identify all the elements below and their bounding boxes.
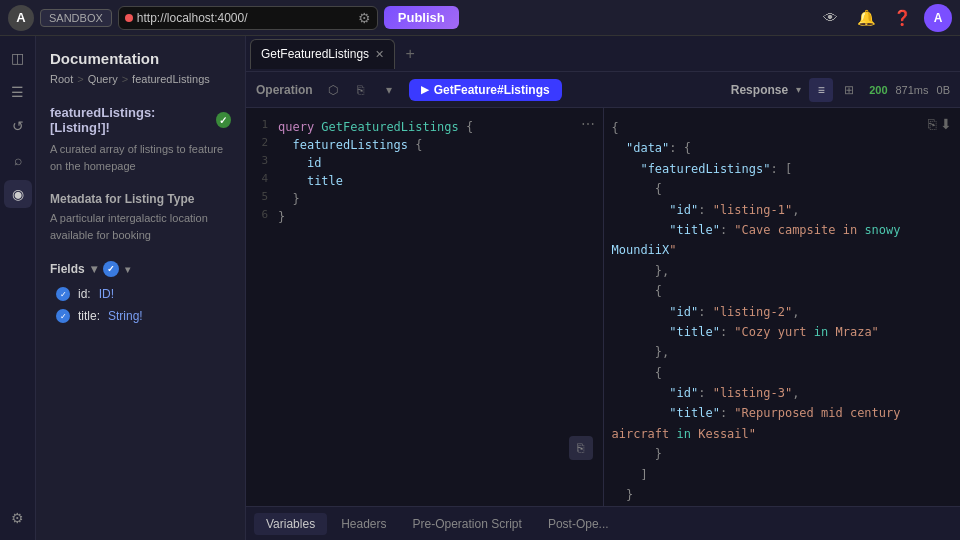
split-view: 1 query GetFeaturedListings { 2 featured… [246,108,960,506]
avatar[interactable]: A [924,4,952,32]
history-icon[interactable]: ↺ [4,112,32,140]
response-top-icons: ⎘ ⬇ [928,116,952,132]
settings-icon[interactable]: ⚙ [4,504,32,532]
code-line-3: 3 id [246,154,603,172]
schema-icon[interactable]: ◫ [4,44,32,72]
search-nav-icon[interactable]: ⌕ [4,146,32,174]
status-200: 200 [869,84,887,96]
main-layout: ◫ ☰ ↺ ⌕ ◉ ⚙ Documentation Root > Query >… [0,36,960,540]
connection-dot [125,14,133,22]
breadcrumb: Root > Query > featuredListings [36,73,245,95]
code-line-5: 5 } [246,190,603,208]
app-logo[interactable]: A [8,5,34,31]
more-op-icon[interactable]: ▾ [377,78,401,102]
code-editor[interactable]: 1 query GetFeaturedListings { 2 featured… [246,108,604,506]
bottom-tab-headers[interactable]: Headers [329,513,398,535]
sidebar-fields-header: Fields ▾ ✓ ▾ [36,253,245,283]
icon-nav: ◫ ☰ ↺ ⌕ ◉ ⚙ [0,36,36,540]
field-item-id: ✓ id: ID! [36,283,245,305]
code-line-4: 4 title [246,172,603,190]
docs-icon[interactable]: ◉ [4,180,32,208]
tab-add-button[interactable]: + [397,41,423,67]
env-badge[interactable]: SANDBOX [40,9,112,27]
field-item-title: ✓ title: String! [36,305,245,327]
download-response-icon[interactable]: ⬇ [940,116,952,132]
response-list-icon[interactable]: ≡ [809,78,833,102]
sidebar-meta-desc: A particular intergalactic location avai… [36,210,245,253]
status-871ms: 871ms [896,84,929,96]
fields-chevron-icon[interactable]: ▾ [91,262,97,276]
code-line-2: 2 featuredListings { [246,136,603,154]
url-bar[interactable]: http://localhost:4000/ ⚙ [118,6,378,30]
operation-header: Operation ⬡ ⎘ ▾ ▶ GetFeature#Listings Re… [246,72,960,108]
copy-op-icon[interactable]: ⬡ [321,78,345,102]
bottom-tabs: Variables Headers Pre-Operation Script P… [246,506,960,540]
status-codes: 200 871ms 0B [869,84,950,96]
field-dot-id: ✓ [56,287,70,301]
response-panel: ⎘ ⬇ { "data": { "featuredListings": [ { … [604,108,961,506]
fields-check-icon[interactable]: ✓ [103,261,119,277]
sidebar-section-title: featuredListings: [Listing!]! ✓ [36,95,245,139]
url-settings-icon[interactable]: ⚙ [358,10,371,26]
response-chevron-icon[interactable]: ▾ [796,84,801,95]
response-row: Response ▾ ≡ ⊞ 200 871ms 0B [731,78,950,102]
bottom-tab-variables[interactable]: Variables [254,513,327,535]
topbar-right-icons: 👁 🔔 ❓ A [816,4,952,32]
help-icon[interactable]: ❓ [888,4,916,32]
url-text: http://localhost:4000/ [137,11,354,25]
copy-response-icon[interactable]: ⎘ [928,116,936,132]
operation-label: Operation [256,83,313,97]
share-op-icon[interactable]: ⎘ [349,78,373,102]
bottom-tab-post-op[interactable]: Post-Ope... [536,513,621,535]
code-line-1: 1 query GetFeaturedListings { [246,118,603,136]
breadcrumb-sep2: > [122,73,128,85]
status-0b: 0B [937,84,950,96]
sidebar: Documentation Root > Query > featuredLis… [36,36,246,540]
publish-button[interactable]: Publish [384,6,459,29]
bookmark-icon[interactable]: ☰ [4,78,32,106]
response-label: Response [731,83,788,97]
response-json: { "data": { "featuredListings": [ { "id"… [604,118,961,506]
verified-icon: ✓ [216,112,231,128]
fields-expand-icon[interactable]: ▾ [125,264,130,275]
run-button[interactable]: ▶ GetFeature#Listings [409,79,562,101]
visibility-icon[interactable]: 👁 [816,4,844,32]
response-format-icons: ≡ ⊞ [809,78,861,102]
sidebar-doc-header: Documentation [36,36,245,73]
sidebar-section-desc: A curated array of listings to feature o… [36,139,245,184]
tabs-row: GetFeaturedListings ✕ + [246,36,960,72]
play-icon: ▶ [421,84,429,95]
center-panel: GetFeaturedListings ✕ + Operation ⬡ ⎘ ▾ … [246,36,960,540]
response-grid-icon[interactable]: ⊞ [837,78,861,102]
tab-get-featured-listings[interactable]: GetFeaturedListings ✕ [250,39,395,69]
operation-icons: ⬡ ⎘ ▾ [321,78,401,102]
bottom-tab-pre-op[interactable]: Pre-Operation Script [401,513,534,535]
sidebar-meta-title: Metadata for Listing Type [36,184,245,210]
code-lines: 1 query GetFeaturedListings { 2 featured… [246,118,603,226]
breadcrumb-sep1: > [77,73,83,85]
tab-close-icon[interactable]: ✕ [375,48,384,61]
copy-code-button[interactable]: ⎘ [569,436,593,460]
field-dot-title: ✓ [56,309,70,323]
topbar: A SANDBOX http://localhost:4000/ ⚙ Publi… [0,0,960,36]
bell-icon[interactable]: 🔔 [852,4,880,32]
code-line-6: 6 } [246,208,603,226]
code-menu-button[interactable]: ⋯ [581,116,595,132]
